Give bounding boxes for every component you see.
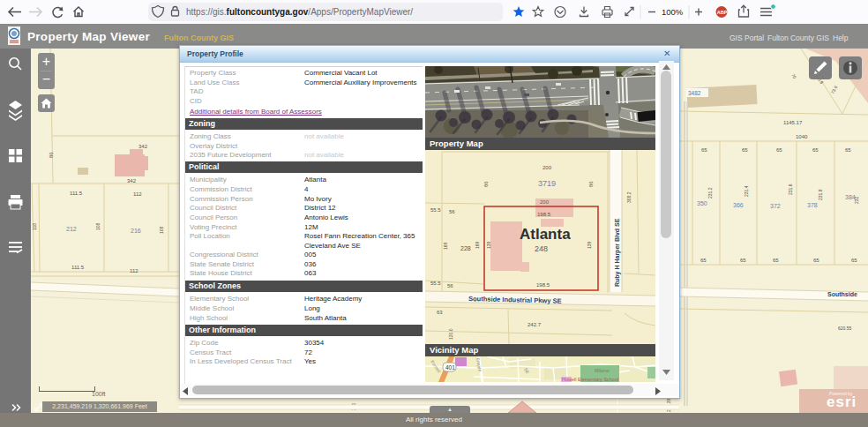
svg-text:108: 108: [159, 226, 164, 234]
svg-text:120.0: 120.0: [448, 328, 453, 340]
svg-text:1040: 1040: [796, 134, 808, 139]
svg-text:401: 401: [445, 364, 455, 371]
svg-text:242.7: 242.7: [528, 322, 542, 327]
svg-text:231.6: 231.6: [788, 184, 793, 195]
svg-text:65: 65: [700, 258, 707, 263]
svg-text:65: 65: [813, 258, 819, 263]
svg-text:366: 366: [733, 202, 744, 208]
svg-text:65: 65: [740, 258, 746, 263]
svg-text:55.5: 55.5: [430, 207, 441, 213]
svg-text:1145.17: 1145.17: [783, 120, 803, 125]
svg-text:112: 112: [133, 191, 142, 197]
svg-text:342: 342: [138, 144, 148, 149]
svg-text:169: 169: [443, 242, 448, 250]
svg-text:342: 342: [127, 178, 137, 184]
svg-text:139: 139: [587, 241, 592, 249]
svg-text:112: 112: [130, 268, 138, 273]
svg-text:139: 139: [486, 241, 491, 249]
svg-text:100%: 100%: [662, 7, 684, 17]
svg-text:65: 65: [773, 258, 779, 263]
svg-text:248: 248: [535, 244, 548, 253]
svg-text:70: 70: [790, 72, 797, 79]
svg-text:118: 118: [32, 223, 37, 230]
svg-text:Atlanta: Atlanta: [520, 226, 571, 243]
svg-text:108: 108: [95, 222, 101, 230]
svg-text:200: 200: [540, 199, 550, 205]
svg-text:372: 372: [770, 203, 781, 209]
svg-text:Howell Elementary School: Howell Elementary School: [562, 377, 618, 382]
svg-text:620.55: 620.55: [838, 326, 852, 331]
svg-text:231.4: 231.4: [744, 185, 749, 197]
svg-text:228: 228: [460, 245, 471, 251]
svg-text:56: 56: [449, 209, 455, 214]
svg-text:65: 65: [845, 147, 851, 153]
svg-text:212: 212: [66, 226, 77, 232]
svg-text:3482: 3482: [688, 90, 701, 96]
svg-text:55.5: 55.5: [430, 281, 441, 286]
svg-text:63: 63: [437, 310, 443, 315]
svg-text:3719: 3719: [538, 179, 556, 188]
svg-text:86: 86: [49, 152, 54, 158]
svg-text:65: 65: [701, 147, 707, 153]
svg-text:86: 86: [483, 181, 489, 187]
svg-text:73.6: 73.6: [830, 85, 839, 95]
svg-text:200: 200: [542, 165, 552, 170]
svg-text:86: 86: [588, 181, 594, 187]
svg-text:111.5: 111.5: [70, 191, 83, 196]
svg-text:232: 232: [854, 196, 859, 204]
svg-text:Southside Industrial Pkwy SE: Southside Industrial Pkwy SE: [468, 295, 562, 305]
svg-text:65: 65: [812, 147, 819, 153]
svg-text:169: 169: [475, 241, 480, 249]
svg-text:350: 350: [697, 200, 707, 206]
svg-text:Milone:: Milone:: [595, 368, 610, 373]
svg-text:Empire: Empire: [475, 357, 483, 372]
svg-text:308.2: 308.2: [626, 191, 632, 203]
svg-text:198.5: 198.5: [536, 282, 550, 288]
svg-text:65: 65: [851, 258, 857, 263]
svg-text:378: 378: [807, 202, 818, 208]
svg-text:Ruby H Harper Blvd SE: Ruby H Harper Blvd SE: [614, 218, 621, 287]
svg-text:ABP: ABP: [717, 10, 728, 15]
svg-text:216: 216: [131, 228, 141, 234]
svg-text:56: 56: [447, 283, 453, 288]
svg-text:198.5: 198.5: [537, 212, 551, 217]
svg-text:231.2: 231.2: [707, 187, 713, 199]
svg-text:231.8: 231.8: [818, 189, 823, 200]
svg-text:111.5: 111.5: [71, 265, 85, 270]
svg-text:65: 65: [742, 147, 748, 153]
svg-text:65: 65: [776, 147, 782, 153]
svg-text:Southside: Southside: [827, 291, 857, 297]
